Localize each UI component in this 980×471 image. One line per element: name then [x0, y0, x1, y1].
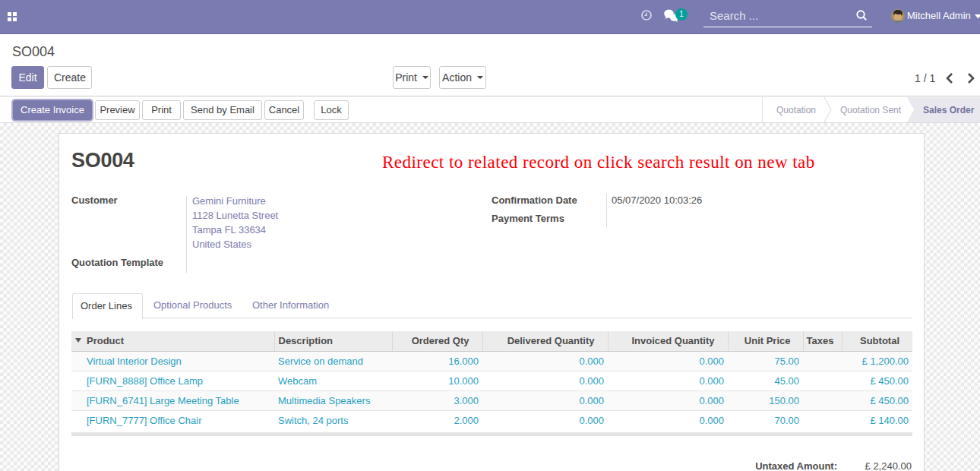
svg-text:Quotation: Quotation: [776, 105, 816, 115]
svg-text:Quotation Sent: Quotation Sent: [840, 105, 902, 115]
svg-text:Sales Order: Sales Order: [923, 105, 975, 115]
